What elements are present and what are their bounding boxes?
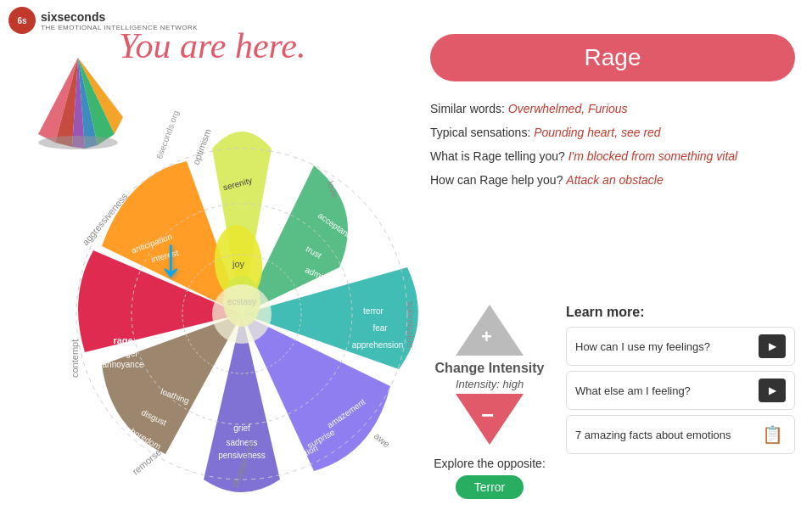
explore-label: Explore the opposite: <box>434 457 546 470</box>
svg-point-15 <box>38 136 118 149</box>
logo-name: sixseconds <box>41 10 198 24</box>
learn-item-2[interactable]: 7 amazing facts about emotions 📋 <box>566 415 795 454</box>
intensity-title: Change Intensity <box>435 361 545 376</box>
svg-text:6s: 6s <box>17 16 27 25</box>
play-button-0[interactable] <box>759 334 786 358</box>
grief-label: grief <box>233 423 250 433</box>
fear-label: fear <box>372 323 388 333</box>
telling-value: I'm blocked from something vital <box>568 149 738 163</box>
bottom-right-panel: Change Intensity Intensity: high Explore… <box>430 305 795 499</box>
anger-label: anger <box>116 349 138 358</box>
help-row: How can Rage help you? Attack an obstacl… <box>430 168 795 192</box>
help-value: Attack an obstacle <box>566 173 663 187</box>
direction-arrow: ↓ <box>157 229 185 284</box>
apprehension-label: apprehension <box>352 340 404 350</box>
right-panel: Rage Similar words: Overwhelmed, Furious… <box>430 34 795 200</box>
learn-more-title: Learn more: <box>566 305 795 320</box>
similar-words-row: Similar words: Overwhelmed, Furious <box>430 97 795 121</box>
logo-icon: 6s <box>8 7 36 34</box>
learn-item-1-text: What else am I feeling? <box>575 384 752 397</box>
telling-label: What is Rage telling you? <box>430 149 565 163</box>
wheel-svg: serenity acceptance trust admiration ter… <box>34 98 450 513</box>
learn-item-0-text: How can I use my feelings? <box>575 340 752 353</box>
emotion-wheel: serenity acceptance trust admiration ter… <box>8 47 450 505</box>
learn-more-panel: Learn more: How can I use my feelings? W… <box>566 305 795 459</box>
increase-intensity-button[interactable] <box>456 305 524 356</box>
opposite-button[interactable]: Terror <box>456 475 524 499</box>
rage-label: rage <box>113 335 132 345</box>
telling-row: What is Rage telling you? I'm blocked fr… <box>430 144 795 168</box>
learn-item-0[interactable]: How can I use my feelings? <box>566 327 795 366</box>
learn-item-1[interactable]: What else am I feeling? <box>566 371 795 410</box>
help-label: How can Rage help you? <box>430 173 563 187</box>
decrease-intensity-button[interactable] <box>456 394 524 445</box>
sensations-row: Typical sensations: Pounding heart, see … <box>430 121 795 144</box>
similar-words-value: Overwhelmed, Furious <box>508 102 628 115</box>
doc-button-2[interactable]: 📋 <box>759 423 786 446</box>
optimism-axis: optimism <box>191 127 213 165</box>
terror-label: terror <box>363 306 384 316</box>
joy-inner-label: joy <box>232 259 245 269</box>
annoyance-label: annoyance <box>103 360 144 369</box>
play-button-1[interactable] <box>759 379 786 402</box>
awe-axis: awe <box>372 430 392 449</box>
remorse-axis: remorse <box>131 446 164 476</box>
emotion-info: Similar words: Overwhelmed, Furious Typi… <box>430 97 795 192</box>
intensity-value: Intensity: high <box>456 378 524 390</box>
emotion-badge: Rage <box>430 34 795 81</box>
svg-point-5 <box>212 284 272 344</box>
learn-item-2-text: 7 amazing facts about emotions <box>575 429 752 441</box>
sensations-value: Pounding heart, see red <box>534 126 660 139</box>
contempt-axis: contempt <box>70 339 80 378</box>
3d-cone <box>30 53 127 151</box>
